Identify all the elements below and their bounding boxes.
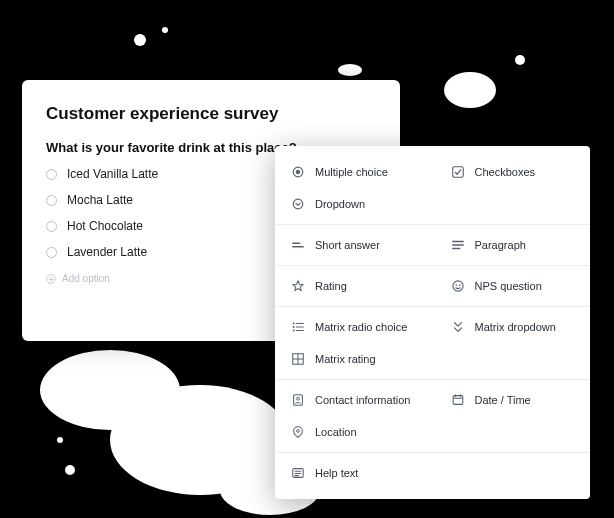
contact-icon [291, 393, 305, 407]
option-label: Hot Chocolate [67, 219, 143, 233]
svg-point-9 [57, 437, 63, 443]
svg-point-20 [452, 281, 462, 291]
menu-item-short-answer[interactable]: Short answer [275, 229, 431, 261]
matrix-radio-icon [291, 320, 305, 334]
svg-point-38 [297, 430, 300, 433]
survey-title: Customer experience survey [46, 104, 376, 124]
menu-item-label: Dropdown [315, 198, 365, 210]
radio-icon [291, 165, 305, 179]
matrix-rating-icon [291, 352, 305, 366]
svg-point-2 [515, 55, 525, 65]
menu-item-label: Contact information [315, 394, 410, 406]
svg-point-4 [338, 64, 362, 76]
svg-point-0 [134, 34, 146, 46]
svg-rect-34 [453, 396, 463, 405]
svg-point-8 [65, 465, 75, 475]
menu-item-location[interactable]: Location [275, 416, 590, 448]
svg-point-12 [296, 170, 300, 174]
menu-item-label: Matrix dropdown [475, 321, 556, 333]
svg-point-25 [293, 326, 295, 328]
svg-point-1 [162, 27, 168, 33]
radio-icon [46, 247, 57, 258]
help-text-icon [291, 466, 305, 480]
menu-item-label: Location [315, 426, 357, 438]
menu-item-matrix-dropdown[interactable]: Matrix dropdown [435, 311, 591, 343]
menu-item-help-text[interactable]: Help text [275, 457, 590, 489]
menu-item-label: Matrix rating [315, 353, 376, 365]
svg-point-22 [458, 284, 460, 286]
option-label: Iced Vanilla Latte [67, 167, 158, 181]
menu-item-label: Short answer [315, 239, 380, 251]
menu-item-matrix-radio-choice[interactable]: Matrix radio choice [275, 311, 431, 343]
menu-item-matrix-rating[interactable]: Matrix rating [275, 343, 590, 375]
menu-item-label: Matrix radio choice [315, 321, 407, 333]
svg-rect-13 [452, 167, 463, 178]
menu-item-checkboxes[interactable]: Checkboxes [435, 156, 591, 188]
location-icon [291, 425, 305, 439]
menu-item-label: NPS question [475, 280, 542, 292]
menu-item-label: Rating [315, 280, 347, 292]
svg-point-3 [444, 72, 496, 108]
paragraph-icon [451, 238, 465, 252]
menu-item-multiple-choice[interactable]: Multiple choice [275, 156, 431, 188]
svg-point-6 [110, 385, 290, 495]
star-icon [291, 279, 305, 293]
svg-point-23 [293, 323, 295, 325]
svg-point-27 [293, 330, 295, 332]
menu-item-date-time[interactable]: Date / Time [435, 384, 591, 416]
menu-item-label: Date / Time [475, 394, 531, 406]
menu-item-label: Paragraph [475, 239, 526, 251]
plus-icon [46, 274, 56, 284]
svg-point-5 [40, 350, 180, 430]
menu-item-label: Checkboxes [475, 166, 536, 178]
option-label: Lavender Latte [67, 245, 147, 259]
menu-item-paragraph[interactable]: Paragraph [435, 229, 591, 261]
option-label: Mocha Latte [67, 193, 133, 207]
svg-point-14 [293, 199, 303, 209]
question-type-menu: Multiple choiceCheckboxesDropdownShort a… [275, 146, 590, 499]
smile-icon [451, 279, 465, 293]
radio-icon [46, 195, 57, 206]
checkbox-icon [451, 165, 465, 179]
menu-item-contact-information[interactable]: Contact information [275, 384, 431, 416]
calendar-icon [451, 393, 465, 407]
menu-item-rating[interactable]: Rating [275, 270, 431, 302]
radio-icon [46, 221, 57, 232]
radio-icon [46, 169, 57, 180]
menu-item-label: Multiple choice [315, 166, 388, 178]
menu-item-dropdown[interactable]: Dropdown [275, 188, 590, 220]
svg-point-21 [455, 284, 457, 286]
menu-item-label: Help text [315, 467, 358, 479]
add-option-label: Add option [62, 273, 110, 284]
menu-item-nps-question[interactable]: NPS question [435, 270, 591, 302]
dropdown-icon [291, 197, 305, 211]
matrix-dropdown-icon [451, 320, 465, 334]
svg-point-33 [297, 397, 300, 400]
short-answer-icon [291, 238, 305, 252]
